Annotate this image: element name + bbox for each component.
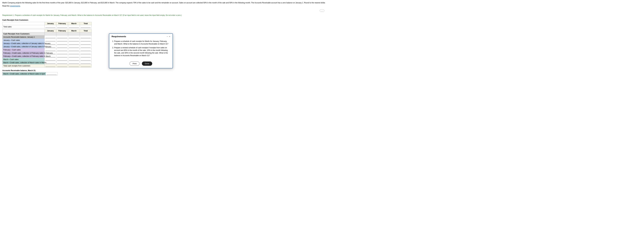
input-total-total-sales[interactable] xyxy=(81,26,91,28)
cell-mar-feb-credit-mar[interactable] xyxy=(68,55,80,58)
input-jan-jan-cash[interactable] xyxy=(46,39,55,41)
cell-feb-mar-credit-mar[interactable] xyxy=(56,61,68,64)
input-mar-ar-jan1[interactable] xyxy=(69,36,79,38)
table-row: January—Credit sales, collection of Janu… xyxy=(2,42,92,45)
input-mar-total-sales[interactable] xyxy=(69,26,79,28)
input-feb-ar-jan1[interactable] xyxy=(57,36,67,38)
cell-mar-feb-credit-feb[interactable] xyxy=(68,52,80,55)
cell-mar-jan-cash[interactable] xyxy=(68,39,80,42)
input-total-feb-credit-mar[interactable] xyxy=(81,55,91,57)
input-feb-feb-credit-mar[interactable] xyxy=(57,55,67,57)
input-jan-mar-credit-mar[interactable] xyxy=(46,62,55,64)
input-feb-feb-cash[interactable] xyxy=(57,49,67,51)
input-jan-jan-credit-feb[interactable] xyxy=(46,46,55,48)
minimize-button[interactable]: − xyxy=(167,35,168,38)
input-jan-ar-jan1[interactable] xyxy=(46,36,55,38)
cell-jan-jan-cash[interactable] xyxy=(44,39,56,42)
input-total-feb-cash[interactable] xyxy=(81,49,91,51)
input-feb-mar-cash[interactable] xyxy=(57,58,67,61)
input-feb-feb-credit-feb[interactable] xyxy=(57,52,67,54)
cell-feb-jan-credit-jan[interactable] xyxy=(56,42,68,45)
input-jan-total-sales[interactable] xyxy=(46,26,55,28)
cell-jan-feb-cash[interactable] xyxy=(44,48,56,52)
cell-mar-mar-cash[interactable] xyxy=(68,58,80,61)
cell-total-mar-cash[interactable] xyxy=(80,58,92,61)
cell-jan-mar-credit-apr[interactable] xyxy=(46,72,58,75)
cell-jan-ar-jan1[interactable] xyxy=(44,36,56,39)
cell-total-feb-cash[interactable] xyxy=(80,48,92,52)
cell-feb-jan-cash[interactable] xyxy=(56,39,68,42)
cell-jan-mar-credit-mar[interactable] xyxy=(44,61,56,64)
cell-mar-total-sales[interactable] xyxy=(68,25,80,28)
cell-total-mar-credit-mar[interactable] xyxy=(80,61,92,64)
cell-total-jan-credit-feb[interactable] xyxy=(80,45,92,48)
cell-mar-feb-cash[interactable] xyxy=(68,48,80,52)
cell-feb-ar-jan1[interactable] xyxy=(56,36,68,39)
input-mar-jan-credit-jan[interactable] xyxy=(69,42,79,45)
input-mar-feb-credit-mar[interactable] xyxy=(69,55,79,57)
input-mar-jan-cash[interactable] xyxy=(69,39,79,41)
input-mar-mar-cash[interactable] xyxy=(69,58,79,61)
input-jan-mar-cash[interactable] xyxy=(46,58,55,61)
input-total-jan-credit-jan[interactable] xyxy=(81,42,91,45)
total-row: Total cash receipts from customers xyxy=(2,64,92,68)
sub-header-row: January February March Total xyxy=(2,29,92,33)
input-jan-total-receipts[interactable] xyxy=(46,65,55,67)
input-jan-feb-credit-mar[interactable] xyxy=(46,55,55,57)
cell-mar-ar-jan1[interactable] xyxy=(68,36,80,39)
cell-jan-jan-credit-feb[interactable] xyxy=(44,45,56,48)
cell-jan-mar-cash[interactable] xyxy=(44,58,56,61)
table-row: February—Credit sales, collection of Feb… xyxy=(2,52,92,55)
input-mar-jan-credit-feb[interactable] xyxy=(69,46,79,48)
input-total-mar-cash[interactable] xyxy=(81,58,91,61)
input-feb-jan-cash[interactable] xyxy=(57,39,67,41)
close-button[interactable]: × xyxy=(169,35,170,38)
cell-total-total-receipts[interactable] xyxy=(80,64,92,68)
print-button[interactable]: Print xyxy=(130,62,140,66)
input-feb-total-receipts[interactable] xyxy=(57,65,67,67)
input-jan-feb-credit-feb[interactable] xyxy=(46,52,55,54)
cell-mar-jan-credit-feb[interactable] xyxy=(68,45,80,48)
input-mar-feb-credit-feb[interactable] xyxy=(69,52,79,54)
cell-total-jan-cash[interactable] xyxy=(80,39,92,42)
input-jan-feb-cash[interactable] xyxy=(46,49,55,51)
cell-mar-total-receipts[interactable] xyxy=(68,64,80,68)
input-total-feb-credit-feb[interactable] xyxy=(81,52,91,54)
cell-jan-jan-credit-jan[interactable] xyxy=(44,42,56,45)
cell-feb-mar-cash[interactable] xyxy=(56,58,68,61)
cell-total-jan-credit-jan[interactable] xyxy=(80,42,92,45)
input-total-jan-credit-feb[interactable] xyxy=(81,46,91,48)
cell-total-ar-jan1[interactable] xyxy=(80,36,92,39)
requirements-link[interactable]: requirements xyxy=(10,5,20,7)
input-feb-mar-credit-mar[interactable] xyxy=(57,62,67,64)
cell-jan-total-receipts[interactable] xyxy=(44,64,56,68)
input-total-mar-credit-mar[interactable] xyxy=(81,62,91,64)
input-jan-jan-credit-jan[interactable] xyxy=(46,42,55,45)
input-feb-jan-credit-feb[interactable] xyxy=(57,46,67,48)
cell-jan-total-sales[interactable] xyxy=(44,25,56,28)
input-mar-total-receipts[interactable] xyxy=(69,65,79,67)
cell-jan-feb-credit-mar[interactable] xyxy=(44,55,56,58)
cell-total-feb-credit-mar[interactable] xyxy=(80,55,92,58)
cell-feb-feb-cash[interactable] xyxy=(56,48,68,52)
cell-feb-total-sales[interactable] xyxy=(56,25,68,28)
cell-feb-total-receipts[interactable] xyxy=(56,64,68,68)
cell-total-total-sales[interactable] xyxy=(80,25,92,28)
input-total-ar-jan1[interactable] xyxy=(81,36,91,38)
input-total-total-receipts[interactable] xyxy=(81,65,91,67)
input-mar-mar-credit-mar[interactable] xyxy=(69,62,79,64)
cell-mar-jan-credit-jan[interactable] xyxy=(68,42,80,45)
cell-total-feb-credit-feb[interactable] xyxy=(80,52,92,55)
input-total-jan-cash[interactable] xyxy=(81,39,91,41)
cell-mar-mar-credit-mar[interactable] xyxy=(68,61,80,64)
row-label-jan-cash: January—Cash sales xyxy=(2,39,44,42)
cell-jan-feb-credit-feb[interactable] xyxy=(44,52,56,55)
done-button[interactable]: Done xyxy=(142,62,152,66)
cell-feb-feb-credit-mar[interactable] xyxy=(56,55,68,58)
cell-feb-jan-credit-feb[interactable] xyxy=(56,45,68,48)
cell-feb-feb-credit-feb[interactable] xyxy=(56,52,68,55)
input-feb-jan-credit-jan[interactable] xyxy=(57,42,67,45)
input-mar-feb-cash[interactable] xyxy=(69,49,79,51)
input-jan-mar-credit-apr[interactable] xyxy=(47,73,57,75)
input-feb-total-sales[interactable] xyxy=(57,26,67,28)
